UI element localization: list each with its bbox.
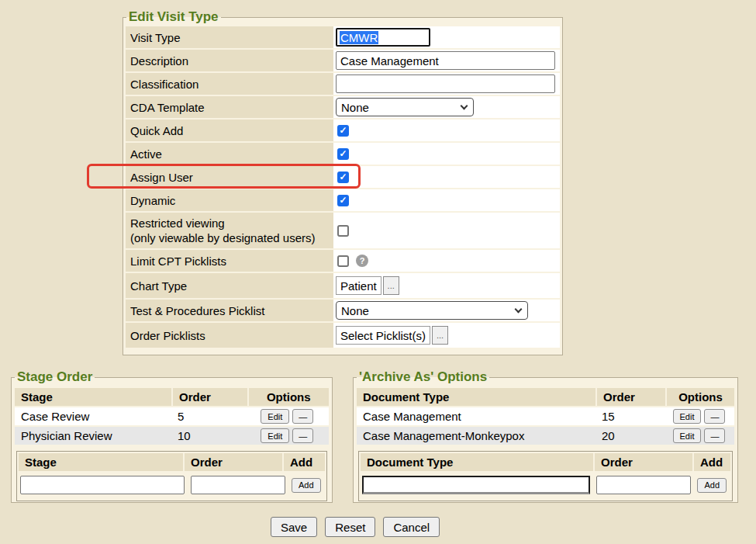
remove-button[interactable]: —: [704, 409, 725, 424]
new-document-order-input[interactable]: [596, 476, 691, 494]
archive-as-options-legend: 'Archive As' Options: [357, 369, 489, 385]
stage-order-section: Stage Order Stage Order Options Case Rev…: [11, 369, 333, 503]
cda-template-select[interactable]: None: [336, 98, 474, 116]
chart-type-label: Chart Type: [126, 273, 333, 298]
order-cell: 5: [171, 407, 246, 425]
action-button-bar: Save Reset Cancel: [271, 517, 440, 537]
archive-as-table-row: Case Management-Monkeypox 20 Edit —: [357, 427, 734, 445]
dynamic-label: Dynamic: [126, 189, 333, 211]
test-procedures-selected-value: None: [341, 304, 369, 317]
chart-type-browse-button[interactable]: ...: [383, 276, 399, 295]
restricted-viewing-label-line1: Restricted viewing: [130, 216, 327, 230]
form-row-cda-template: CDA Template None: [126, 96, 560, 118]
form-row-dynamic: Dynamic ✓: [126, 189, 560, 211]
stage-cell: Physician Review: [15, 427, 171, 445]
form-row-order-picklists: Order Picklists Select Picklist(s) ...: [126, 323, 560, 348]
order-picklists-label: Order Picklists: [126, 323, 333, 348]
document-type-column-header: Document Type: [357, 388, 595, 406]
assign-user-label: Assign User: [126, 166, 333, 188]
visit-type-value: CMWR: [340, 31, 378, 44]
edit-button[interactable]: Edit: [673, 428, 702, 443]
order-cell: 20: [595, 427, 664, 445]
form-row-visit-type: Visit Type CMWR: [126, 26, 560, 48]
add-stage-header: Stage: [19, 453, 183, 471]
checkmark-icon: ✓: [339, 172, 347, 182]
edit-button[interactable]: Edit: [261, 428, 289, 443]
remove-button[interactable]: —: [292, 409, 313, 424]
restricted-viewing-label: Restricted viewing (only viewable by des…: [126, 213, 333, 248]
edit-button[interactable]: Edit: [261, 409, 289, 424]
form-row-test-procedures-picklist: Test & Procedures Picklist None: [126, 300, 560, 321]
stage-order-table-row: Case Review 5 Edit —: [15, 407, 329, 425]
options-column-header: Options: [249, 388, 329, 406]
add-order-header: Order: [185, 453, 282, 471]
add-header: Add: [284, 453, 325, 471]
remove-button[interactable]: —: [704, 428, 725, 443]
order-column-header: Order: [597, 388, 665, 406]
test-procedures-picklist-select[interactable]: None: [336, 301, 528, 320]
description-label: Description: [126, 50, 333, 71]
reset-button[interactable]: Reset: [325, 517, 375, 537]
quick-add-checkbox[interactable]: ✓: [337, 125, 349, 137]
document-type-cell: Case Management: [357, 407, 595, 425]
form-row-assign-user: Assign User ✓: [126, 166, 560, 188]
add-document-type-button[interactable]: Add: [697, 478, 727, 493]
archive-as-table-row: Case Management 15 Edit —: [357, 407, 734, 425]
visit-type-input[interactable]: CMWR: [336, 28, 430, 47]
add-document-type-header: Document Type: [361, 453, 593, 471]
form-row-description: Description: [126, 50, 560, 71]
edit-visit-type-legend: Edit Visit Type: [126, 9, 221, 25]
order-picklists-browse-button[interactable]: ...: [432, 326, 448, 345]
checkmark-icon: ✓: [339, 196, 347, 205]
restricted-viewing-label-line2: (only viewable by designated users): [130, 230, 327, 245]
remove-button[interactable]: —: [292, 428, 313, 443]
new-document-type-input[interactable]: [362, 476, 590, 494]
options-column-header: Options: [667, 388, 734, 406]
form-row-classification: Classification: [126, 73, 560, 95]
cda-template-selected-value: None: [341, 101, 369, 114]
form-row-restricted-viewing: Restricted viewing (only viewable by des…: [126, 213, 560, 248]
document-type-cell: Case Management-Monkeypox: [357, 427, 595, 445]
help-question-icon[interactable]: ?: [356, 255, 368, 267]
add-order-header: Order: [595, 453, 692, 471]
chart-type-value: Patient: [336, 276, 381, 295]
description-input[interactable]: [336, 51, 555, 70]
restricted-viewing-checkbox[interactable]: ✓: [337, 225, 349, 237]
active-checkbox[interactable]: ✓: [337, 148, 349, 160]
cancel-button[interactable]: Cancel: [383, 517, 440, 537]
test-procedures-picklist-label: Test & Procedures Picklist: [126, 300, 333, 321]
archive-as-table-header: Document Type Order Options: [357, 388, 734, 406]
form-row-limit-cpt-picklists: Limit CPT Picklists ✓ ?: [126, 250, 560, 272]
dynamic-checkbox[interactable]: ✓: [337, 195, 349, 206]
limit-cpt-picklists-label: Limit CPT Picklists: [126, 250, 333, 272]
order-cell: 10: [171, 427, 246, 445]
new-stage-order-input[interactable]: [191, 476, 285, 494]
form-row-chart-type: Chart Type Patient ...: [126, 273, 560, 298]
assign-user-checkbox[interactable]: ✓: [337, 172, 349, 183]
order-picklists-value: Select Picklist(s): [336, 326, 430, 345]
cda-template-label: CDA Template: [126, 96, 333, 118]
edit-visit-type-section: Edit Visit Type Visit Type CMWR Descript…: [123, 9, 563, 355]
order-column-header: Order: [173, 388, 247, 406]
new-stage-input[interactable]: [20, 476, 185, 494]
checkmark-icon: ✓: [339, 149, 347, 158]
archive-as-add-box: Document Type Order Add Add: [358, 451, 733, 501]
quick-add-label: Quick Add: [126, 120, 333, 141]
form-row-active: Active ✓: [126, 143, 560, 165]
stage-cell: Case Review: [15, 407, 171, 425]
limit-cpt-picklists-checkbox[interactable]: ✓: [337, 255, 349, 267]
active-label: Active: [126, 143, 333, 165]
classification-input[interactable]: [336, 74, 555, 93]
add-stage-button[interactable]: Add: [292, 478, 321, 493]
add-header: Add: [694, 453, 730, 471]
order-cell: 15: [595, 407, 664, 425]
edit-button[interactable]: Edit: [673, 409, 702, 424]
checkmark-icon: ✓: [339, 126, 347, 135]
form-row-quick-add: Quick Add ✓: [126, 120, 560, 141]
stage-order-table-header: Stage Order Options: [15, 388, 329, 406]
archive-as-options-section: 'Archive As' Options Document Type Order…: [353, 369, 738, 503]
stage-order-add-box: Stage Order Add Add: [16, 451, 327, 501]
chevron-down-icon: [515, 306, 523, 314]
stage-order-legend: Stage Order: [15, 369, 95, 385]
save-button[interactable]: Save: [271, 517, 317, 537]
